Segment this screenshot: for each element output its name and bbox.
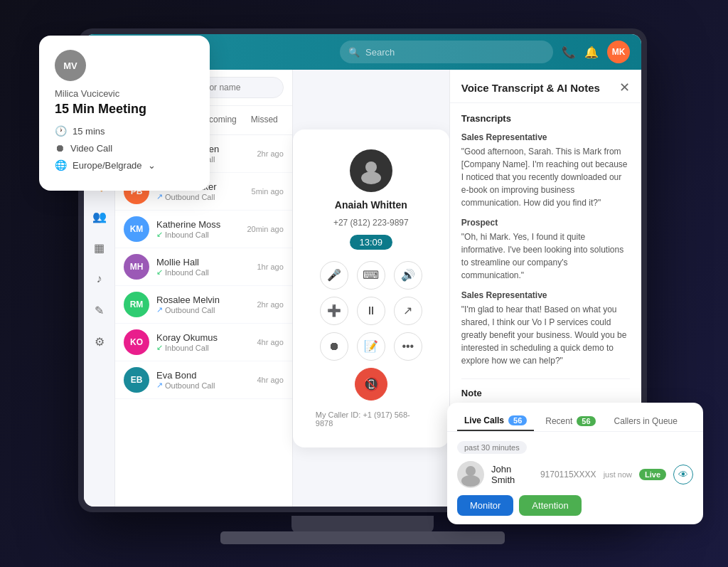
- call-item-time: 1hr ago: [257, 263, 283, 271]
- svg-point-0: [365, 161, 377, 173]
- call-item-avatar: RM: [124, 292, 149, 317]
- globe-icon: 🌐: [55, 159, 67, 171]
- sidebar-item-contacts[interactable]: 👥: [87, 203, 112, 229]
- bell-icon[interactable]: 🔔: [584, 46, 599, 59]
- monitor-button[interactable]: Monitor: [457, 495, 513, 516]
- call-item-info: Koray Okumus ↙ Inbound Call: [156, 332, 250, 352]
- add-call-button[interactable]: ➕: [320, 297, 348, 325]
- transcript-note: Note: [461, 378, 630, 398]
- close-transcript-button[interactable]: ✕: [619, 81, 630, 94]
- widget-body: past 30 minutes John Smith 9170115XXXX j…: [447, 432, 703, 524]
- sidebar-item-grid[interactable]: ▦: [87, 235, 112, 260]
- call-list-item[interactable]: KO Koray Okumus ↙ Inbound Call 4hr ago: [115, 324, 292, 361]
- call-item-type: ↙ Inbound Call: [156, 343, 250, 352]
- transcript-entry-text: "Good afternoon, Sarah. This is Mark fro…: [461, 145, 630, 209]
- ctrl-row-end: 📵: [316, 368, 427, 401]
- tab-callers-queue[interactable]: Callers in Queue: [607, 411, 685, 431]
- call-item-name: Rosalee Melvin: [156, 295, 250, 305]
- call-item-info: Katherine Moss ↙ Inbound Call: [156, 219, 240, 239]
- tab-recent[interactable]: Recent 56: [538, 411, 602, 431]
- end-call-button[interactable]: 📵: [355, 368, 387, 401]
- call-item-time: 2hr ago: [257, 300, 283, 309]
- live-calls-tab-label: Live Calls: [464, 415, 504, 425]
- svg-point-2: [466, 466, 476, 476]
- meeting-card: MV Milica Vucicevic 15 Min Meeting 🕐 15 …: [39, 36, 210, 191]
- time-label: past 30 minutes: [457, 441, 527, 454]
- svg-point-3: [461, 475, 480, 487]
- sidebar-item-settings[interactable]: ⚙: [87, 329, 112, 354]
- call-timer: 13:09: [350, 235, 393, 250]
- call-item-name: Mollie Hall: [156, 257, 250, 267]
- meeting-title: 15 Min Meeting: [55, 102, 194, 117]
- user-avatar[interactable]: MK: [607, 41, 630, 63]
- meeting-avatar: MV: [55, 50, 86, 81]
- tab-live-calls[interactable]: Live Calls 56: [457, 411, 534, 431]
- transcripts-section-title: Trasncripts: [461, 113, 630, 124]
- sidebar-item-edit[interactable]: ✎: [87, 297, 112, 323]
- call-item-avatar: KO: [124, 329, 149, 355]
- mute-button[interactable]: 🎤: [320, 261, 348, 290]
- clock-icon: 🕐: [55, 125, 67, 137]
- call-item-type: ↙ Inbound Call: [156, 267, 250, 277]
- call-list-item[interactable]: MH Mollie Hall ↙ Inbound Call 1hr ago: [115, 248, 292, 286]
- call-list-item[interactable]: KM Katherine Moss ↙ Inbound Call 20min a…: [115, 211, 292, 248]
- call-item-avatar: KM: [124, 216, 149, 242]
- speaker-button[interactable]: 🔊: [394, 261, 422, 290]
- call-item-avatar: EB: [124, 367, 149, 393]
- caller-name: John Smith: [491, 464, 533, 485]
- call-item-info: Eva Bond ↗ Outbound Call: [156, 370, 250, 390]
- ctrl-row-2: ➕ ⏸ ↗: [316, 297, 427, 325]
- call-item-avatar: MH: [124, 254, 149, 280]
- transcript-role: Prospect: [461, 218, 630, 228]
- call-item-time: 5min ago: [252, 187, 284, 196]
- call-item-type: ↗ Outbound Call: [156, 305, 250, 314]
- view-caller-button[interactable]: 👁: [673, 465, 693, 484]
- search-input[interactable]: [365, 47, 545, 58]
- tab-missed[interactable]: Missed: [245, 112, 284, 129]
- call-item-time: 20min ago: [247, 225, 283, 233]
- caller-avatar: [457, 461, 484, 488]
- caller-time: just now: [604, 470, 632, 479]
- recent-badge: 56: [577, 416, 595, 426]
- attention-button[interactable]: Attention: [519, 495, 581, 516]
- call-list-item[interactable]: RM Rosalee Melvin ↗ Outbound Call 2hr ag…: [115, 286, 292, 324]
- laptop-base: [220, 531, 505, 544]
- call-item-info: Mollie Hall ↙ Inbound Call: [156, 257, 250, 277]
- hold-button[interactable]: ⏸: [357, 297, 385, 325]
- transcript-role: Sales Representative: [461, 290, 630, 300]
- meeting-user-name: Milica Vucicevic: [55, 88, 194, 99]
- call-item-name: Katherine Moss: [156, 219, 240, 230]
- call-list-item[interactable]: EB Eva Bond ↗ Outbound Call 4hr ago: [115, 361, 292, 399]
- active-call-avatar: [350, 149, 392, 192]
- call-controls: 🎤 ⌨ 🔊 ➕ ⏸ ↗ ⏺ 📝 •••: [316, 261, 427, 401]
- keypad-button[interactable]: ⌨: [357, 261, 385, 290]
- call-item-name: Koray Okumus: [156, 332, 250, 343]
- queue-tab-label: Callers in Queue: [614, 416, 678, 426]
- sidebar-item-music[interactable]: ♪: [87, 266, 112, 292]
- search-bar[interactable]: 🔍: [340, 41, 553, 63]
- calls-list: AW Anaiah Whitten ↗ Outbound Call 2hr ag…: [115, 135, 292, 507]
- call-item-type: ↙ Inbound Call: [156, 230, 240, 239]
- call-item-info: Rosalee Melvin ↗ Outbound Call: [156, 295, 250, 314]
- transcript-header: Voice Transcript & AI Notes ✕: [450, 70, 641, 103]
- transcript-role: Sales Representative: [461, 132, 630, 142]
- recent-tab-label: Recent: [545, 416, 572, 426]
- search-icon: 🔍: [348, 47, 360, 58]
- widget-tabs: Live Calls 56 Recent 56 Callers in Queue: [447, 403, 703, 432]
- svg-point-1: [361, 171, 381, 184]
- ctrl-row-1: 🎤 ⌨ 🔊: [316, 261, 427, 290]
- meeting-timezone[interactable]: 🌐 Europe/Belgrade ⌄: [55, 159, 194, 171]
- phone-header-icon[interactable]: 📞: [562, 46, 576, 59]
- transcript-entry-text: "Oh, hi Mark. Yes, I found it quite info…: [461, 230, 630, 282]
- call-item-type: ↗ Outbound Call: [156, 192, 245, 201]
- notes-button[interactable]: 📝: [357, 332, 385, 361]
- ctrl-row-3: ⏺ 📝 •••: [316, 332, 427, 361]
- record-button[interactable]: ⏺: [320, 332, 348, 361]
- caller-row: John Smith 9170115XXXX just now Live 👁: [457, 461, 693, 488]
- live-calls-badge: 56: [508, 415, 527, 425]
- call-item-time: 4hr ago: [257, 376, 283, 384]
- active-call-number: +27 (812) 223-9897: [333, 218, 409, 228]
- caller-id-text: My Caller ID: +1 (917) 568-9878: [316, 410, 427, 428]
- more-button[interactable]: •••: [394, 332, 422, 361]
- transfer-button[interactable]: ↗: [394, 297, 422, 325]
